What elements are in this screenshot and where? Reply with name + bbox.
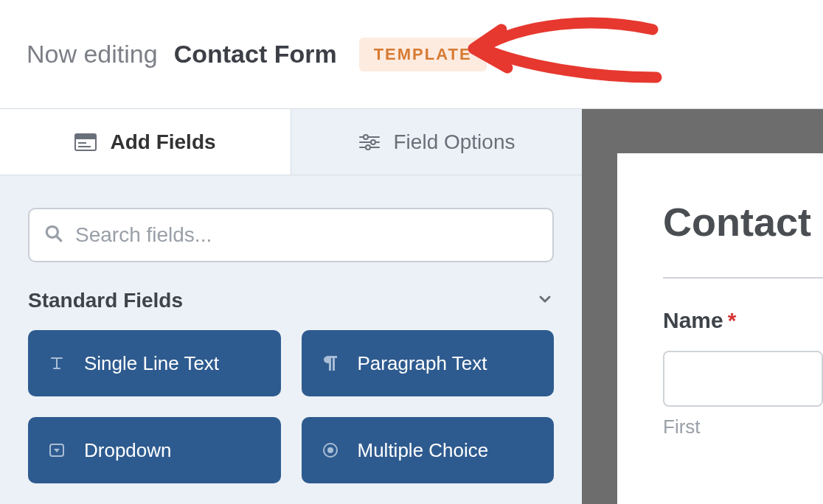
standard-fields-header[interactable]: Standard Fields [28,289,554,312]
standard-fields-title: Standard Fields [28,289,183,312]
field-paragraph-text[interactable]: Paragraph Text [302,330,555,396]
form-canvas: Contact Name* First [582,109,823,504]
search-box[interactable] [28,208,554,262]
svg-point-9 [366,145,370,150]
required-asterisk: * [728,308,737,332]
sidebar-tabs: Add Fields Field Options [0,109,582,175]
svg-point-18 [327,447,333,453]
field-dropdown[interactable]: Dropdown [28,417,281,483]
form-name[interactable]: Contact Form [174,40,337,69]
svg-point-5 [364,135,368,139]
field-label: Multiple Choice [358,439,489,462]
template-badge: TEMPLATE [359,38,487,71]
add-fields-icon [74,133,97,151]
paragraph-icon [319,354,341,372]
field-label: Dropdown [84,439,172,462]
builder-sidebar: Add Fields Field Options [0,109,582,504]
field-single-line-text[interactable]: Single Line Text [28,330,281,396]
workspace: Add Fields Field Options [0,108,823,504]
tab-field-options-label: Field Options [394,130,515,154]
search-icon [44,224,63,246]
svg-marker-16 [54,449,60,452]
svg-line-11 [56,236,61,241]
tab-field-options[interactable]: Field Options [291,109,582,175]
svg-point-7 [371,140,375,144]
dropdown-icon [46,441,68,459]
first-sublabel: First [663,416,823,438]
standard-fields-grid: Single Line Text Paragraph Text Dropdown [28,330,554,483]
svg-rect-1 [75,134,96,139]
field-label: Paragraph Text [358,352,487,375]
tab-add-fields[interactable]: Add Fields [0,109,291,175]
chevron-down-icon [536,290,554,311]
field-multiple-choice[interactable]: Multiple Choice [302,417,555,483]
search-input[interactable] [75,223,538,247]
tab-add-fields-label: Add Fields [110,130,215,154]
field-label: Single Line Text [84,352,219,375]
header-prefix: Now editing [27,40,158,69]
text-icon [46,354,68,372]
divider [663,277,823,279]
header-bar: Now editing Contact Form TEMPLATE [0,0,823,108]
name-field-label: Name* [663,308,823,333]
form-preview-title: Contact [663,199,823,245]
form-preview-panel: Contact Name* First [617,153,823,504]
first-name-input[interactable] [663,351,823,407]
label-text: Name [663,308,723,332]
radio-icon [319,441,341,459]
field-options-icon [358,133,381,152]
